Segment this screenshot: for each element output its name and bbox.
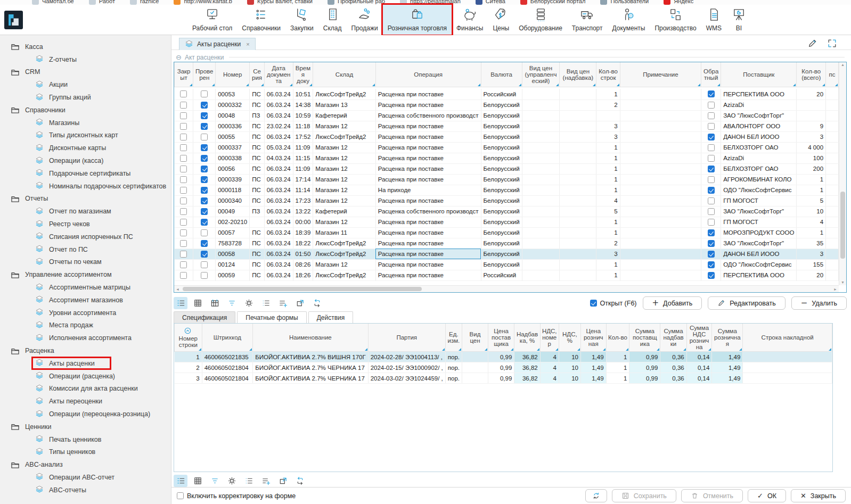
table-cell[interactable]: 1 [797,174,826,185]
table-cell[interactable] [701,259,721,270]
table-cell[interactable]: 1 [596,89,620,100]
column-header[interactable]: НДС, номер [540,324,559,352]
column-header[interactable]: Вид цен (надбавка) [560,62,596,87]
gear-icon[interactable] [225,475,239,487]
table-cell[interactable]: Магазин 12 [313,217,375,227]
table-cell[interactable]: пор. [445,352,462,362]
table-cell[interactable]: 4 [797,217,826,227]
table-cell[interactable]: ПС [250,174,265,185]
table-cell[interactable]: Магазин 12 [313,259,375,270]
bookmark-item[interactable]: Ситева [476,0,505,5]
table-cell[interactable] [560,121,596,131]
refr-icon[interactable] [293,475,307,487]
table-cell[interactable] [193,249,216,259]
table-cell[interactable]: 0000339 [216,174,250,185]
numlist-icon[interactable] [242,475,256,487]
table-cell[interactable]: пор. [445,373,462,384]
table-cell[interactable]: БИОЙОГ.АКТИВИА 2.7% ВИШНЯ 170Г [253,352,369,362]
table-cell[interactable]: АВАЛОНТОРГ ООО [721,121,797,131]
grid-icon[interactable] [191,475,204,487]
table-cell[interactable] [560,142,596,153]
open-f6-checkbox[interactable]: Открыт (F6) [590,300,637,307]
sidebar-item[interactable]: Магазины [0,117,171,129]
table-cell[interactable]: 18:39 [293,227,313,238]
table-cell[interactable] [620,206,701,217]
table-cell[interactable]: 1,49 [580,352,606,362]
table-cell[interactable]: 3 [175,373,202,384]
sidebar-item[interactable]: Операции ABC-отчет [0,471,171,484]
table-cell[interactable]: 2024-02-15/ ЭЭ1000902/ , [368,362,445,373]
table-cell[interactable]: Белорусский [481,163,522,174]
table-cell[interactable] [175,259,193,270]
table-cell[interactable]: 1 [606,352,629,362]
column-header[interactable]: Строка накладной [743,324,832,352]
table-cell[interactable]: 3 [596,249,620,259]
table-cell[interactable] [701,153,721,163]
edit-button[interactable]: Редактировать [708,296,785,310]
row-checkbox[interactable] [180,144,187,151]
table-cell[interactable]: 0,99 [488,362,514,373]
sidebar-item[interactable]: Отчет по магазинам [0,205,171,218]
row-checkbox[interactable] [201,123,208,130]
table-row[interactable]: 0000332ПС06.03.2414:38Магазин 13Расценка… [175,100,839,110]
table-cell[interactable] [826,270,839,280]
table-cell[interactable] [193,100,216,110]
table-cell[interactable] [522,121,560,131]
table-cell[interactable]: 05.03.24 [264,142,293,153]
table-cell[interactable]: 00055 [216,131,250,142]
table-cell[interactable] [826,110,839,121]
row-checkbox[interactable] [180,197,187,204]
table-cell[interactable] [175,195,193,206]
table-cell[interactable] [743,362,832,373]
table-cell[interactable]: 06.03.24 [264,110,293,121]
table-cell[interactable]: Магазин 12 [313,142,375,153]
table-cell[interactable]: ПС [250,121,265,131]
table-cell[interactable] [462,362,488,373]
table-cell[interactable]: 06.03.24 [264,174,293,185]
table-cell[interactable]: 35 [797,238,826,249]
table-row[interactable]: 0000336ПС23.02.2411:18Магазин 12Расценка… [175,121,839,131]
table-cell[interactable]: Белорусский [481,142,522,153]
toolbar-item-11[interactable]: Производство [650,5,701,35]
table-cell[interactable]: 00058 [216,249,250,259]
table-row[interactable]: 0000338ПС04.03.2411:15Магазин 12Расценка… [175,153,839,163]
table-cell[interactable]: 4 [540,352,559,362]
table-cell[interactable]: 4 [596,195,620,206]
sidebar-item[interactable]: Группы акций [0,91,171,104]
row-checkbox[interactable] [180,187,187,194]
table-cell[interactable] [620,259,701,270]
checkbox[interactable] [177,492,184,499]
table-cell[interactable]: 2024-02-28/ ЭЭ1004113/ , [368,352,445,362]
column-header[interactable]: Время доку [293,62,313,87]
column-header[interactable]: Кол-во строк [596,62,620,87]
row-checkbox[interactable] [708,208,715,215]
table-cell[interactable]: 0,36 [660,362,686,373]
row-checkbox[interactable] [708,176,715,183]
table-cell[interactable]: Расценка при поставке [375,174,481,185]
table-cell[interactable]: 4 000 [797,142,826,153]
table-cell[interactable] [701,100,721,110]
table-row[interactable]: 00059ПС06.03.2418:26ЛюксСофтТрейд2Расцен… [175,270,839,280]
row-checkbox[interactable] [180,229,187,236]
table-cell[interactable]: 100 [797,153,826,163]
table-cell[interactable] [193,227,216,238]
sidebar-item[interactable]: Ассортиментные матрицы [0,281,171,294]
row-checkbox[interactable] [708,197,715,204]
table-cell[interactable] [522,100,560,110]
sidebar-item[interactable]: Отчеты [0,193,171,205]
table-cell[interactable]: 17:23 [293,195,313,206]
table-cell[interactable]: 4600605021804 [202,362,253,373]
table-cell[interactable]: 10 [559,352,580,362]
table-cell[interactable]: ЗАО "ЛюксСофтТорг" [721,110,797,121]
table-cell[interactable] [560,185,596,195]
table-cell[interactable]: 10 [559,362,580,373]
table-cell[interactable]: 00057 [216,227,250,238]
bookmark-item[interactable]: Белорусский портал [520,0,586,5]
row-checkbox[interactable] [708,166,715,172]
table-cell[interactable]: AzizaDi [721,153,797,163]
table-cell[interactable] [620,185,701,195]
table-cell[interactable] [620,100,701,110]
table-cell[interactable] [560,249,596,259]
table-row[interactable]: 7583728ПС06.03.2418:22ЛюксСофтТрейд2Расц… [175,238,839,249]
table-cell[interactable] [701,121,721,131]
